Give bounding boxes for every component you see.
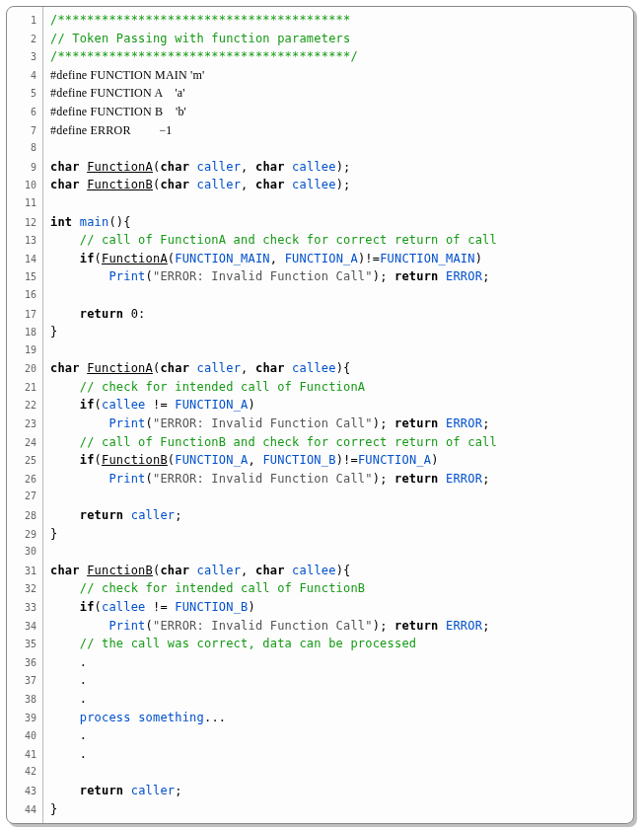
line-number: 31 — [7, 563, 42, 581]
code-line: 14 if(FunctionA(FUNCTION_MAIN, FUNCTION_… — [7, 250, 633, 268]
line-number: 33 — [7, 599, 42, 618]
page: 1/**************************************… — [0, 0, 644, 830]
code-line: 10char FunctionB(char caller, char calle… — [7, 176, 633, 194]
code-line: 29} — [7, 525, 633, 544]
line-number: 5 — [7, 85, 42, 104]
code-line: 3/**************************************… — [7, 47, 633, 66]
line-content: . — [42, 726, 87, 745]
code-line: 5#define FUNCTION A 'a' — [7, 84, 633, 103]
code-line: 1/**************************************… — [7, 11, 633, 30]
line-content: // check for intended call of FunctionB — [42, 579, 365, 598]
code-line: 28 return caller; — [7, 506, 633, 525]
line-number: 3 — [7, 48, 42, 67]
line-content: } — [42, 800, 57, 819]
line-content: return caller; — [42, 506, 182, 525]
line-number: 38 — [7, 691, 42, 710]
line-content: process something... — [42, 709, 226, 727]
line-content: Print("ERROR: Invalid Function Call"); r… — [42, 470, 490, 489]
line-content: // Token Passing with function parameter… — [42, 30, 350, 48]
line-number: 36 — [7, 654, 42, 673]
line-number: 10 — [7, 177, 42, 195]
code-line: 40 . — [7, 726, 633, 745]
line-number: 23 — [7, 415, 42, 434]
code-line: 37 . — [7, 671, 633, 690]
line-content: int main(){ — [42, 213, 131, 232]
code-line: 34 Print("ERROR: Invalid Function Call")… — [7, 617, 633, 636]
code-line: 9char FunctionA(char caller, char callee… — [7, 158, 633, 177]
code-line: 17 return 0: — [7, 305, 633, 324]
line-content: . — [42, 671, 87, 690]
line-content: . — [42, 690, 87, 709]
code-line: 12int main(){ — [7, 213, 633, 232]
code-line: 21 // check for intended call of Functio… — [7, 378, 633, 397]
line-content: if(FunctionB(FUNCTION_A, FUNCTION_B)!=FU… — [42, 451, 439, 470]
line-content: } — [42, 525, 57, 544]
line-number: 40 — [7, 727, 42, 746]
line-number: 26 — [7, 471, 42, 490]
line-number: 29 — [7, 526, 42, 545]
line-content: #define ERROR −1 — [42, 121, 173, 140]
code-line: 8 — [7, 139, 633, 158]
code-line: 36 . — [7, 653, 633, 672]
code-line: 31char FunctionB(char caller, char calle… — [7, 562, 633, 580]
code-line: 38 . — [7, 690, 633, 709]
code-line: 25 if(FunctionB(FUNCTION_A, FUNCTION_B)!… — [7, 451, 633, 470]
code-line: 15 Print("ERROR: Invalid Function Call")… — [7, 267, 633, 286]
line-number: 42 — [7, 763, 42, 782]
code-line: 24 // call of FunctionB and check for co… — [7, 433, 633, 452]
line-number: 12 — [7, 214, 42, 233]
line-number: 39 — [7, 710, 42, 728]
line-content: /***************************************… — [42, 47, 358, 66]
line-content: // the call was correct, data can be pro… — [42, 635, 416, 653]
line-number: 30 — [7, 543, 42, 562]
line-number: 27 — [7, 488, 42, 506]
code-line: 7#define ERROR −1 — [7, 121, 633, 140]
code-line: 2// Token Passing with function paramete… — [7, 30, 633, 48]
line-number: 17 — [7, 306, 42, 325]
line-number: 21 — [7, 379, 42, 398]
line-content: Print("ERROR: Invalid Function Call"); r… — [42, 415, 490, 433]
line-number: 32 — [7, 580, 42, 599]
code-line: 20char FunctionA(char caller, char calle… — [7, 359, 633, 378]
line-number: 24 — [7, 434, 42, 453]
line-number: 37 — [7, 672, 42, 691]
code-line: 18} — [7, 323, 633, 341]
line-number: 2 — [7, 31, 42, 49]
line-number: 28 — [7, 507, 42, 526]
line-content: #define FUNCTION B 'b' — [42, 103, 186, 121]
line-number: 14 — [7, 251, 42, 269]
line-number: 4 — [7, 67, 42, 86]
code-line: 6#define FUNCTION B 'b' — [7, 103, 633, 121]
code-line: 30 — [7, 543, 633, 562]
line-content: char FunctionB(char caller, char callee)… — [42, 562, 351, 580]
code-line: 41 . — [7, 745, 633, 764]
line-content: if(callee != FUNCTION_A) — [42, 396, 255, 415]
code-line: 35 // the call was correct, data can be … — [7, 635, 633, 653]
code-line: 33 if(callee != FUNCTION_B) — [7, 598, 633, 617]
line-number: 20 — [7, 360, 42, 379]
line-content: // check for intended call of FunctionA — [42, 378, 365, 397]
code-line: 4#define FUNCTION MAIN 'm' — [7, 66, 633, 85]
code-line: 27 — [7, 488, 633, 506]
code-line: 43 return caller; — [7, 782, 633, 800]
line-content: /***************************************… — [42, 11, 350, 30]
code-line: 19 — [7, 341, 633, 360]
line-content: // call of FunctionB and check for corre… — [42, 433, 497, 452]
code-line: 13 // call of FunctionA and check for co… — [7, 231, 633, 250]
line-content: . — [42, 745, 87, 764]
line-content: } — [42, 323, 57, 341]
line-content: return 0: — [42, 305, 146, 324]
line-content: char FunctionA(char caller, char callee)… — [42, 359, 351, 378]
code-line: 23 Print("ERROR: Invalid Function Call")… — [7, 415, 633, 433]
line-content: #define FUNCTION MAIN 'm' — [42, 66, 204, 85]
line-number: 16 — [7, 286, 42, 305]
line-number: 15 — [7, 268, 42, 287]
line-number: 1 — [7, 12, 42, 31]
line-number: 9 — [7, 159, 42, 178]
code-line: 39 process something... — [7, 709, 633, 727]
line-number: 43 — [7, 783, 42, 801]
code-listing: 1/**************************************… — [7, 11, 633, 819]
line-number: 34 — [7, 618, 42, 637]
line-content: Print("ERROR: Invalid Function Call"); r… — [42, 617, 490, 636]
line-content: if(FunctionA(FUNCTION_MAIN, FUNCTION_A)!… — [42, 250, 482, 268]
